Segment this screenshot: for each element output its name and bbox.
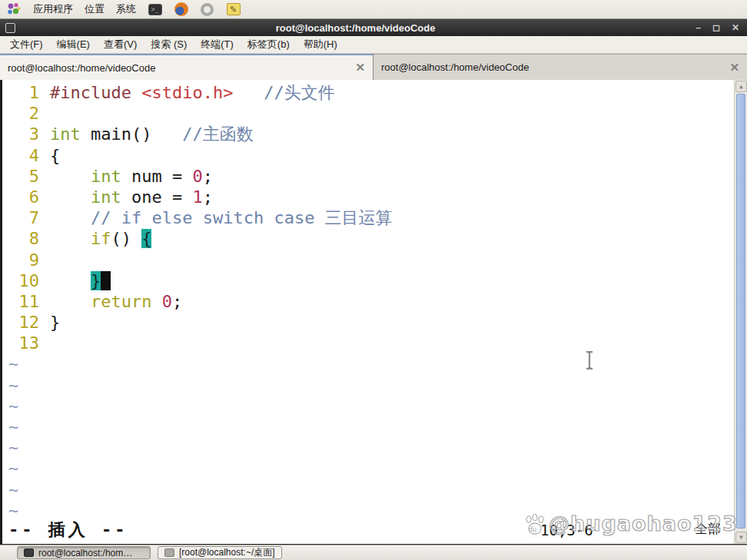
- code-segment: int: [91, 167, 121, 186]
- code-segment: //头文件: [264, 83, 335, 102]
- code-segment: 1: [192, 187, 202, 207]
- taskbar: root@localhost:/hom… [root@localhost:~/桌…: [0, 545, 747, 560]
- code-segment: [233, 83, 264, 102]
- menu-tabs[interactable]: 标签页(b): [241, 38, 297, 51]
- menu-terminal[interactable]: 终端(T): [194, 38, 241, 51]
- code-segment: 0: [162, 292, 172, 311]
- taskbar-button-terminal-desktop[interactable]: [root@localhost:~/桌面]: [158, 546, 282, 559]
- tilde-line: ~: [2, 353, 747, 374]
- code-line: 2: [2, 103, 747, 124]
- code-line: 4{: [2, 145, 747, 166]
- tilde-line: ~: [2, 416, 747, 437]
- code-line: 8 if() {: [2, 228, 747, 249]
- code-segment: one =: [121, 187, 193, 207]
- scrollbar-thumb[interactable]: [736, 94, 745, 529]
- code-segment: ;: [203, 187, 213, 207]
- panel-menu-applications[interactable]: 应用程序: [33, 2, 73, 16]
- code-segment: 0: [192, 167, 202, 186]
- taskbar-button-label: root@localhost:/hom…: [38, 548, 132, 558]
- code-segment: ;: [172, 292, 182, 311]
- code-line: 1#include <stdio.h> //头文件: [2, 82, 747, 103]
- empty-buffer-tildes: ~~~~~~~~: [2, 353, 747, 521]
- panel-menu-places[interactable]: 位置: [85, 2, 105, 16]
- scroll-down-icon[interactable]: ▼: [735, 532, 747, 543]
- firefox-icon[interactable]: [174, 2, 188, 17]
- code-segment: // if else switch case 三目运算: [91, 208, 393, 227]
- line-number: 2: [2, 103, 39, 124]
- tilde-line: ~: [2, 396, 747, 416]
- taskbar-button-terminal-videocode[interactable]: root@localhost:/hom…: [17, 546, 151, 559]
- close-button[interactable]: ✕: [732, 22, 739, 33]
- line-number: 4: [2, 145, 39, 166]
- code-text: int num = 0;: [50, 166, 213, 187]
- tilde-line: ~: [2, 375, 747, 396]
- vim-editor[interactable]: 1#include <stdio.h> //头文件23int main() //…: [0, 80, 747, 545]
- code-line: 3int main() //主函数: [2, 124, 747, 144]
- notes-glyph: ✎: [227, 3, 241, 15]
- code-segment: [50, 208, 91, 227]
- line-number: 13: [2, 333, 39, 353]
- code-segment: [50, 271, 91, 290]
- tab-active[interactable]: root@localhost:/home/videoCode ✕: [0, 54, 374, 80]
- tilde-line: ~: [2, 458, 747, 479]
- code-text: int one = 1;: [50, 187, 213, 207]
- notes-icon[interactable]: ✎: [226, 2, 241, 17]
- code-text: int main() //主函数: [50, 124, 254, 144]
- code-segment: {: [141, 229, 151, 248]
- line-number: 11: [2, 291, 39, 312]
- code-segment: <stdio.h>: [141, 83, 233, 102]
- code-segment: return: [91, 292, 162, 311]
- menu-edit[interactable]: 编辑(E): [50, 38, 97, 51]
- line-number: 6: [2, 187, 39, 207]
- line-number: 12: [2, 312, 39, 333]
- code-text: if() {: [50, 228, 151, 249]
- line-number: 9: [2, 250, 39, 270]
- code-segment: [50, 292, 91, 311]
- tab-close-icon[interactable]: ✕: [723, 61, 739, 75]
- tab-bar: root@localhost:/home/videoCode ✕ root@lo…: [0, 54, 747, 80]
- window-title: root@localhost:/home/videoCode: [15, 22, 696, 34]
- panel-menu-system[interactable]: 系统: [116, 2, 136, 16]
- menu-help[interactable]: 帮助(H): [297, 38, 344, 51]
- line-number: 7: [2, 207, 39, 228]
- code-segment: int: [50, 124, 81, 144]
- menu-search[interactable]: 搜索 (S): [144, 38, 194, 51]
- tilde-line: ~: [2, 437, 747, 458]
- code-text: return 0;: [50, 291, 182, 312]
- terminal-icon: [164, 548, 174, 557]
- code-segment: {: [50, 146, 60, 165]
- distro-logo-icon[interactable]: [6, 2, 22, 17]
- maximize-button[interactable]: ◻: [712, 22, 720, 33]
- code-segment: int: [91, 187, 121, 207]
- code-segment: main(): [81, 124, 182, 144]
- minimize-button[interactable]: –: [696, 22, 701, 33]
- vim-mode-indicator: -- 插入 --: [8, 519, 128, 542]
- scrollbar[interactable]: ▲ ▼: [734, 80, 747, 544]
- tab-close-icon[interactable]: ✕: [349, 61, 365, 75]
- tilde-line: ~: [2, 479, 747, 500]
- tab-title: root@localhost:/home/videoCode: [381, 61, 723, 73]
- window-titlebar[interactable]: root@localhost:/home/videoCode – ◻ ✕: [0, 19, 747, 36]
- menu-view[interactable]: 查看(V): [97, 38, 144, 51]
- vim-block-cursor: [101, 271, 111, 290]
- help-icon[interactable]: [200, 2, 214, 17]
- code-segment: }: [91, 271, 101, 290]
- code-line: 7 // if else switch case 三目运算: [2, 207, 747, 228]
- code-segment: [131, 83, 141, 102]
- line-number: 8: [2, 228, 39, 249]
- code-text: {: [50, 145, 60, 166]
- terminal-icon[interactable]: >_: [148, 2, 162, 17]
- tab-inactive[interactable]: root@localhost:/home/videoCode ✕: [374, 54, 747, 80]
- scroll-up-icon[interactable]: ▲: [735, 81, 747, 92]
- code-segment: //主函数: [182, 124, 254, 144]
- code-lines: 1#include <stdio.h> //头文件23int main() //…: [2, 80, 747, 353]
- code-segment: if: [91, 229, 111, 248]
- code-line: 12}: [2, 312, 747, 333]
- menu-file[interactable]: 文件(F): [3, 38, 50, 51]
- window-terminal-icon: [5, 23, 15, 33]
- tilde-line: ~: [2, 500, 747, 521]
- vim-ruler: 10,3-6: [540, 522, 593, 538]
- code-line: 10 }: [2, 270, 747, 291]
- taskbar-button-label: [root@localhost:~/桌面]: [179, 546, 275, 559]
- desktop-panel: 应用程序 位置 系统 >_ ✎: [0, 0, 747, 19]
